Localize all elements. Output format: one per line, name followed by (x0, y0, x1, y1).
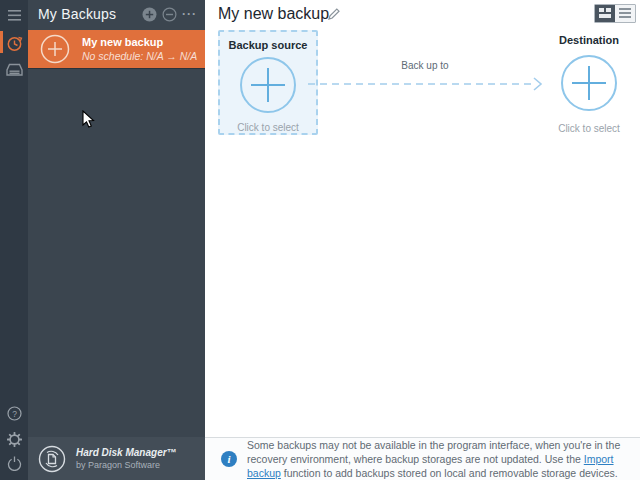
drive-icon (6, 63, 23, 77)
backup-source-selector[interactable]: Backup source Click to select (218, 30, 318, 135)
plus-circle-icon (142, 7, 157, 22)
backup-destination-selector[interactable]: Destination Click to select (539, 30, 639, 134)
list-view-icon (619, 8, 631, 19)
backup-title: My new backup (218, 5, 329, 23)
view-toggle (594, 4, 636, 23)
dashed-arrow-icon (308, 74, 543, 94)
plus-circle-icon (40, 34, 70, 64)
more-options-button[interactable]: ··· (182, 7, 197, 22)
info-text-after: function to add backups stored on local … (281, 467, 618, 479)
destination-title: Destination (539, 34, 639, 46)
source-hint: Click to select (220, 122, 316, 133)
add-backup-button[interactable] (142, 7, 157, 22)
sidebar-title: My Backups (38, 6, 142, 22)
backups-sidebar: My Backups ··· M (28, 0, 205, 480)
info-message: Some backups may not be available in the… (247, 438, 640, 480)
add-source-icon (240, 57, 296, 113)
clock-icon (6, 35, 23, 52)
rail-item-disk-manager[interactable] (0, 57, 28, 83)
backup-detail-pane: My new backup Ba (205, 0, 640, 480)
rail-item-power[interactable] (0, 450, 28, 476)
vendor-name: by Paragon Software (76, 460, 177, 470)
add-destination-icon (561, 55, 617, 111)
rename-backup-button[interactable] (327, 7, 343, 23)
source-title: Backup source (220, 39, 316, 51)
rail-item-settings[interactable] (0, 426, 28, 452)
left-icon-rail: ? (0, 0, 28, 480)
backup-list-item-selected[interactable]: My new backup No schedule: N/A → N/A (28, 30, 205, 68)
destination-hint: Click to select (539, 123, 639, 134)
power-icon (7, 456, 22, 471)
question-icon: ? (7, 406, 22, 421)
backup-item-title: My new backup (82, 36, 197, 48)
recovery-info-bar: i Some backups may not be available in t… (205, 437, 640, 480)
rail-item-help[interactable]: ? (0, 400, 28, 426)
pencil-icon (327, 7, 341, 21)
sidebar-header: My Backups ··· (28, 0, 205, 28)
info-icon: i (221, 451, 237, 467)
rail-item-backup-jobs[interactable] (0, 30, 28, 56)
backup-direction-label: Back up to (365, 60, 485, 71)
list-view-button[interactable] (615, 5, 635, 22)
gear-icon (7, 432, 22, 447)
main-header: My new backup (205, 0, 640, 28)
product-name: Hard Disk Manager™ (76, 447, 177, 458)
info-text-before: Some backups may not be available in the… (247, 439, 620, 465)
minus-circle-icon (162, 7, 177, 22)
remove-backup-button[interactable] (162, 7, 177, 22)
tiles-view-icon (599, 8, 611, 19)
hdm-logo-icon (38, 445, 66, 473)
svg-text:?: ? (12, 408, 17, 418)
hamburger-menu-button[interactable] (0, 2, 28, 28)
sidebar-footer: Hard Disk Manager™ by Paragon Software (28, 437, 205, 480)
hamburger-icon (8, 10, 21, 21)
backup-item-schedule: No schedule: N/A → N/A (82, 50, 197, 62)
tiles-view-button[interactable] (595, 5, 615, 22)
